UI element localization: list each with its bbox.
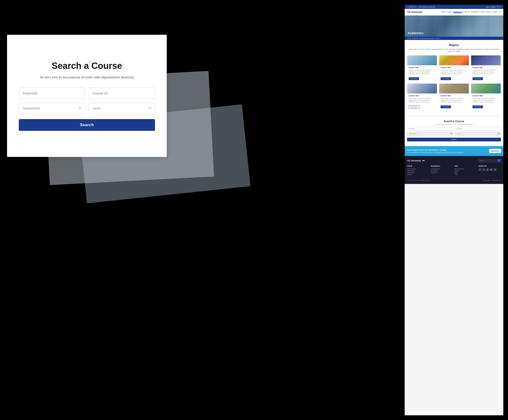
footer-link-university[interactable]: The University bbox=[407, 168, 430, 170]
googleplus-icon[interactable]: g bbox=[494, 168, 496, 171]
site-footer: YG University 🔍 About The University Tes… bbox=[405, 156, 503, 184]
site-nav: YG University Home Pages Academics Cours… bbox=[405, 9, 503, 15]
mini-form-row-2: Department Level bbox=[407, 132, 501, 135]
mini-search-form: Department Level Search bbox=[407, 127, 501, 141]
footer-search-button[interactable]: 🔍 bbox=[497, 159, 501, 163]
majors-section: Majors Itaque earum rerum hic tenetuir a… bbox=[405, 40, 503, 115]
footer-social-icons: f t in ▶ g bbox=[479, 168, 501, 171]
university-site-preview: +1 9784 4272 contact@university.com Logi… bbox=[405, 5, 503, 415]
mini-search-button[interactable]: Search bbox=[407, 138, 501, 141]
course-id-input[interactable] bbox=[89, 88, 155, 99]
breadcrumb: Home / Academics / Undergraduate Studies… bbox=[405, 37, 503, 40]
course-img-3 bbox=[407, 84, 437, 93]
nav-academics[interactable]: Academics bbox=[453, 11, 462, 13]
hero-title: Academics bbox=[407, 31, 424, 35]
footer-link-admissions[interactable]: Admissions bbox=[407, 172, 430, 173]
course-img-5 bbox=[471, 84, 501, 93]
mini-department-select[interactable]: Department bbox=[407, 132, 453, 135]
course-grid: Course Title Lorem ipsum dolor sit amet,… bbox=[407, 55, 501, 110]
buy-now-button[interactable]: Buy Now bbox=[489, 149, 501, 153]
view-btn-1[interactable]: View Details bbox=[441, 77, 451, 80]
nav-blog[interactable]: Blog bbox=[487, 11, 490, 13]
topbar-login[interactable]: Login bbox=[486, 6, 489, 8]
view-btn-5[interactable]: View Details bbox=[472, 105, 483, 108]
nav-links: Home Pages Academics Courses Admissions … bbox=[441, 11, 501, 13]
cta-banner: Best Drupal Theme for University or Coll… bbox=[405, 146, 503, 156]
course-title-1: Course Title bbox=[441, 67, 467, 69]
topbar-right: Login English ⚙ ★ ≡ bbox=[486, 6, 501, 8]
course-title-3: Course Title bbox=[409, 95, 435, 97]
footer-academics-heading: Academics bbox=[431, 165, 454, 167]
footer-link-blog[interactable]: Blog bbox=[455, 172, 477, 173]
department-select[interactable]: Department bbox=[19, 103, 85, 114]
linkedin-icon[interactable]: in bbox=[486, 168, 489, 171]
nav-contact[interactable]: Contact bbox=[492, 11, 497, 13]
course-card-0: Course Title Lorem ipsum dolor sit amet,… bbox=[407, 55, 437, 82]
footer-link-careers[interactable]: Careers bbox=[407, 174, 430, 175]
form-row-bottom: Department Level bbox=[19, 103, 155, 114]
footer-link-testimonials[interactable]: Testimonials bbox=[407, 170, 430, 172]
course-card-5: Course Title Lorem ipsum dolor sit amet,… bbox=[471, 83, 501, 110]
course-img-2 bbox=[471, 55, 501, 65]
view-btn-0[interactable]: View Details bbox=[409, 77, 419, 80]
search-button[interactable]: Search bbox=[19, 119, 155, 131]
topbar-email: contact@university.com bbox=[418, 6, 435, 8]
course-title-0: Course Title bbox=[409, 67, 435, 69]
course-title-2: Course Title bbox=[472, 67, 499, 69]
nav-admissions[interactable]: Admissions bbox=[471, 11, 479, 13]
footer-copyright: © 2020. YG Themes. All Rights Reserved. bbox=[407, 180, 431, 181]
course-img-0 bbox=[407, 55, 437, 65]
mini-keywords-input[interactable] bbox=[407, 127, 453, 131]
search-course-card: Search a Course At vero eos et accusamus… bbox=[7, 35, 167, 157]
mini-level-select[interactable]: Level bbox=[455, 132, 501, 135]
mini-form-row-1 bbox=[407, 127, 501, 131]
nav-pages[interactable]: Pages bbox=[447, 11, 452, 13]
course-card-1: Course Title Lorem ipsum dolor sit amet,… bbox=[439, 55, 469, 82]
facebook-icon[interactable]: f bbox=[479, 168, 481, 171]
terms-link[interactable]: Term of service bbox=[492, 180, 501, 181]
level-select[interactable]: Level bbox=[89, 103, 155, 114]
footer-info-heading: Info bbox=[455, 165, 477, 167]
footer-bottom: © 2020. YG Themes. All Rights Reserved. … bbox=[407, 178, 501, 181]
course-img-4 bbox=[439, 84, 469, 93]
course-card-4: Course Title Lorem ipsum dolor sit amet,… bbox=[439, 83, 469, 110]
privacy-policy-link[interactable]: Privacy policy bbox=[482, 180, 490, 181]
view-btn-3[interactable]: View Details bbox=[409, 105, 419, 109]
footer-col-info: Info News & Events Gallery Blog FAQ bbox=[455, 165, 477, 176]
twitter-icon[interactable]: t bbox=[482, 168, 485, 171]
card-subtitle: At vero eos et accusamus et iusto odio d… bbox=[40, 75, 134, 79]
youtube-icon[interactable]: ▶ bbox=[490, 168, 493, 171]
cta-title: Best Drupal Theme for University or Coll… bbox=[407, 149, 489, 151]
nav-events[interactable]: Events bbox=[480, 11, 486, 13]
mini-search-title: Search a Course bbox=[407, 120, 501, 123]
keywords-input[interactable] bbox=[19, 88, 85, 99]
view-btn-2[interactable]: View Details bbox=[472, 77, 483, 80]
footer-search-input[interactable] bbox=[478, 160, 497, 161]
footer-top: YG University 🔍 bbox=[407, 159, 501, 163]
site-logo[interactable]: YG University bbox=[407, 11, 423, 13]
footer-bottom-links: Privacy policy Term of service bbox=[482, 180, 501, 181]
footer-link-gallery[interactable]: Gallery bbox=[455, 170, 477, 172]
form-row-top bbox=[19, 88, 155, 99]
topbar-phone: +1 9784 4272 bbox=[407, 6, 417, 8]
course-text-3: Lorem ipsum dolor sit amet, consectetur … bbox=[409, 98, 435, 103]
footer-link-faq[interactable]: FAQ bbox=[455, 174, 477, 175]
cta-subtitle: Sed ut perspiciatis unde omnis iste natu… bbox=[407, 152, 489, 153]
mini-course-id-input[interactable] bbox=[455, 127, 501, 131]
footer-link-undergraduate[interactable]: Undergraduate bbox=[431, 168, 454, 170]
footer-columns: About The University Testimonials Admiss… bbox=[407, 165, 501, 176]
course-text-1: Lorem ipsum dolor sit amet, consectetur … bbox=[441, 69, 467, 75]
nav-home[interactable]: Home bbox=[441, 11, 446, 13]
footer-logo: YG University bbox=[407, 159, 425, 162]
nav-search-icon[interactable]: 🔍 bbox=[499, 11, 501, 13]
nav-courses[interactable]: Courses bbox=[463, 11, 470, 13]
footer-link-news[interactable]: News & Events bbox=[455, 168, 477, 170]
topbar-language[interactable]: English bbox=[490, 6, 496, 8]
footer-col-academics: Academics Undergraduate Graduation Resea… bbox=[431, 165, 454, 176]
card-title: Search a Course bbox=[52, 61, 122, 71]
footer-link-research[interactable]: Research bbox=[431, 172, 454, 173]
view-btn-4[interactable]: View Details bbox=[441, 105, 451, 108]
footer-col-social: Follow Us f t in ▶ g bbox=[479, 165, 501, 176]
footer-link-graduation[interactable]: Graduation bbox=[431, 170, 454, 172]
flag-icon bbox=[422, 160, 425, 161]
